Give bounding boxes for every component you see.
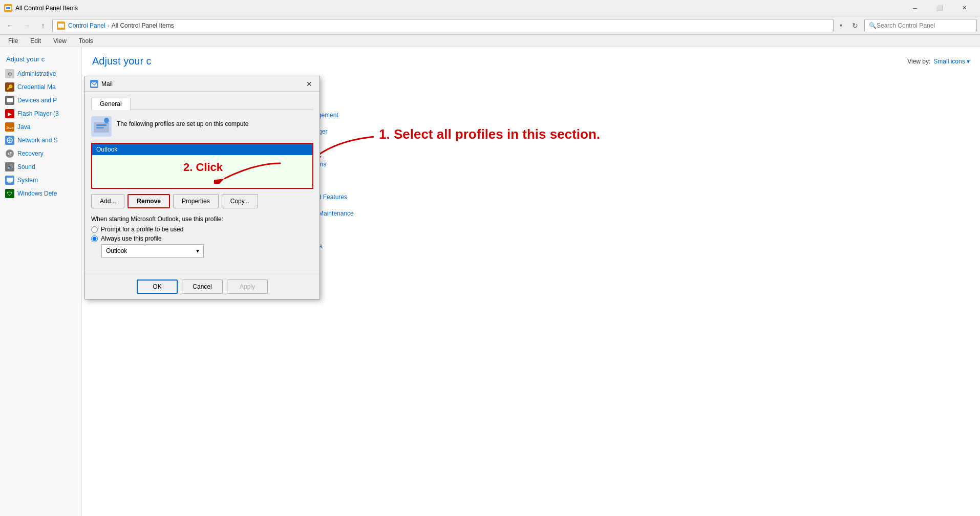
radio-prompt-input[interactable]: [91, 226, 98, 233]
breadcrumb-control-panel[interactable]: Control Panel: [68, 22, 105, 29]
menu-bar: File Edit View Tools: [0, 35, 980, 47]
profile-action-buttons: 2. Click Add... Remove Properties Copy..: [91, 194, 313, 208]
step1-annotation: 1. Select all profiles in this section.: [369, 126, 970, 142]
dialog-mail-icon: [90, 80, 98, 88]
sidebar-item-recovery[interactable]: ↺ Recovery: [0, 147, 81, 160]
svg-text:🔑: 🔑: [7, 84, 13, 91]
svg-rect-76: [96, 127, 104, 128]
svg-rect-2: [6, 7, 10, 9]
profile-outlook[interactable]: Outlook: [92, 144, 312, 155]
sidebar-item-java[interactable]: Java Java: [0, 120, 81, 134]
panel-header: Adjust your c View by: Small icons ▾: [92, 55, 970, 67]
recovery-icon: ↺: [5, 149, 14, 158]
dialog-close-button[interactable]: ✕: [304, 79, 314, 89]
title-bar: All Control Panel Items ─ ⬜ ✕: [0, 0, 980, 16]
search-icon: 🔍: [869, 22, 877, 29]
up-button[interactable]: ↑: [36, 18, 50, 33]
startup-label: When starting Microsoft Outlook, use thi…: [91, 216, 313, 223]
panel-title: Adjust your c: [92, 55, 152, 67]
window-controls: ─ ⬜ ✕: [903, 0, 976, 16]
sidebar-item-defender[interactable]: 🛡 Windows Defe: [0, 187, 81, 200]
defender-icon: 🛡: [5, 189, 14, 198]
dropdown-value: Outlook: [106, 247, 127, 254]
credential-icon: 🔑: [5, 82, 14, 92]
menu-tools[interactable]: Tools: [75, 36, 97, 46]
dialog-body: General The following profiles are set u…: [85, 92, 319, 270]
remove-button[interactable]: Remove: [127, 194, 170, 208]
devices-icon: [5, 96, 14, 105]
admin-icon: ⚙: [5, 69, 14, 78]
system-icon: [5, 176, 14, 185]
annotation-text: 1. Select all profiles in this section.: [379, 126, 600, 142]
sidebar-item-sound[interactable]: 🔊 Sound: [0, 160, 81, 174]
profile-header-text: The following profiles are set up on thi…: [117, 116, 248, 127]
close-button[interactable]: ✕: [952, 0, 976, 16]
menu-view[interactable]: View: [49, 36, 71, 46]
svg-rect-10: [7, 98, 13, 102]
properties-button[interactable]: Properties: [173, 194, 219, 208]
profile-header: The following profiles are set up on thi…: [91, 116, 313, 137]
refresh-button[interactable]: ↻: [848, 18, 862, 33]
sidebar-item-administrative[interactable]: ⚙ Administrative: [0, 67, 81, 80]
search-box[interactable]: 🔍: [864, 19, 977, 32]
cancel-button[interactable]: Cancel: [182, 280, 223, 294]
svg-rect-4: [58, 24, 64, 28]
svg-rect-25: [7, 178, 13, 182]
mail-dialog: Mail ✕ General The following profiles ar…: [84, 76, 320, 299]
address-field[interactable]: Control Panel › All Control Panel Items: [52, 19, 834, 32]
radio-prompt[interactable]: Prompt for a profile to be used: [91, 226, 313, 233]
sidebar-item-flash[interactable]: ▶ Flash Player (3: [0, 107, 81, 120]
dropdown-arrow: ▾: [196, 247, 199, 254]
radio-prompt-label: Prompt for a profile to be used: [101, 226, 183, 233]
network-icon: [5, 136, 14, 145]
window-icon: [4, 4, 12, 12]
address-bar: ← → ↑ Control Panel › All Control Panel …: [0, 16, 980, 35]
svg-text:↺: ↺: [8, 151, 12, 157]
restore-button[interactable]: ⬜: [928, 0, 951, 16]
menu-file[interactable]: File: [4, 36, 22, 46]
svg-text:🛡: 🛡: [7, 191, 12, 197]
apply-button[interactable]: Apply: [227, 280, 268, 294]
menu-edit[interactable]: Edit: [26, 36, 45, 46]
address-dropdown-button[interactable]: ▾: [836, 19, 846, 32]
profile-select-dropdown[interactable]: Outlook ▾: [101, 244, 204, 257]
dialog-title-bar: Mail ✕: [85, 76, 319, 92]
svg-rect-11: [8, 103, 11, 104]
breadcrumb-current: All Control Panel Items: [112, 22, 174, 29]
sidebar-item-system[interactable]: System: [0, 174, 81, 187]
sidebar-title: Adjust your c: [0, 53, 81, 67]
profiles-icon: [91, 116, 112, 137]
svg-text:▶: ▶: [8, 111, 12, 117]
sidebar-item-devices[interactable]: Devices and P: [0, 94, 81, 107]
radio-always[interactable]: Always use this profile: [91, 235, 313, 242]
radio-always-input[interactable]: [91, 235, 98, 242]
radio-always-label: Always use this profile: [101, 235, 162, 242]
search-input[interactable]: [877, 22, 972, 29]
view-by-label: View by:: [907, 58, 930, 65]
startup-section: When starting Microsoft Outlook, use thi…: [91, 216, 313, 257]
svg-text:⚙: ⚙: [8, 71, 12, 77]
dialog-tab-general[interactable]: General: [91, 98, 131, 110]
minimize-button[interactable]: ─: [903, 0, 927, 16]
view-by-value[interactable]: Small icons ▾: [933, 58, 970, 65]
add-button[interactable]: Add...: [91, 194, 124, 208]
sidebar-item-credential[interactable]: 🔑 Credential Ma: [0, 80, 81, 94]
view-by-control: View by: Small icons ▾: [907, 58, 970, 65]
dialog-tab-bar: General: [91, 98, 313, 110]
sidebar-item-network[interactable]: Network and S: [0, 134, 81, 147]
forward-button[interactable]: →: [19, 18, 34, 33]
copy-button[interactable]: Copy...: [222, 194, 258, 208]
svg-rect-75: [96, 124, 106, 126]
flash-icon: ▶: [5, 109, 14, 118]
window-title: All Control Panel Items: [15, 5, 903, 12]
svg-text:🔊: 🔊: [7, 164, 13, 170]
sidebar: Adjust your c ⚙ Administrative 🔑 Credent…: [0, 47, 82, 516]
back-button[interactable]: ←: [3, 18, 17, 33]
dialog-footer: OK Cancel Apply: [85, 274, 319, 299]
profile-list-box[interactable]: Outlook: [91, 143, 313, 189]
dialog-title-text: Mail: [101, 80, 304, 88]
svg-text:Java: Java: [6, 126, 14, 130]
java-icon: Java: [5, 122, 14, 132]
sound-icon: 🔊: [5, 162, 14, 171]
ok-button[interactable]: OK: [137, 280, 178, 294]
